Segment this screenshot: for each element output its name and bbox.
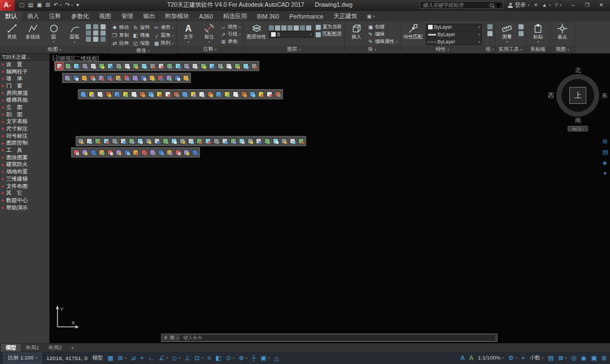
toolbar-button[interactable]	[123, 74, 130, 82]
toolbar-button[interactable]	[138, 90, 146, 98]
sidebar-item[interactable]: ▶建筑防火	[0, 161, 49, 169]
graphics-performance-icon[interactable]: ◉	[581, 355, 587, 361]
compass-east[interactable]: 东	[602, 93, 608, 99]
toolbar-button[interactable]	[272, 137, 280, 145]
selection-filtering-icon[interactable]: ▣	[260, 355, 266, 361]
toolbar-button[interactable]	[115, 148, 123, 156]
toolbar-button[interactable]	[106, 148, 114, 156]
sidebar-item[interactable]: ▶剖 面	[0, 111, 49, 119]
toolbar-button[interactable]	[206, 90, 214, 98]
clean-screen-icon[interactable]: ▣	[591, 355, 596, 361]
toolbar-button[interactable]	[212, 137, 220, 145]
sidebar-item[interactable]: ▶其 它	[0, 190, 49, 197]
tool-icon[interactable]	[93, 24, 98, 29]
ribbon-tab-附加模块[interactable]: 附加模块	[160, 11, 194, 21]
polyline-button[interactable]: 多段线	[23, 23, 42, 40]
toolbar-button[interactable]	[233, 62, 241, 70]
toolbar-button[interactable]	[195, 137, 203, 145]
array-button[interactable]: ▦阵列▾	[154, 40, 174, 47]
annotation-visibility-icon[interactable]: A	[460, 355, 464, 361]
sidebar-item[interactable]: ▶房间屋顶	[0, 90, 49, 97]
toolbar-button[interactable]	[182, 148, 190, 156]
toolbar-button[interactable]	[140, 148, 148, 156]
panel-title-utilities[interactable]: 实用工具 ▾	[495, 46, 526, 53]
toolbar-button[interactable]	[204, 137, 212, 145]
toolbar-button[interactable]	[115, 62, 123, 70]
toolbar-button[interactable]	[223, 90, 231, 98]
annotation-monitor-icon[interactable]: +	[521, 355, 525, 361]
sidebar-item[interactable]: ▶三维建模	[0, 176, 49, 183]
toolbar-button[interactable]	[114, 74, 122, 82]
sidebar-item[interactable]: ▶工 具	[0, 147, 49, 154]
toolbar-button[interactable]	[136, 137, 144, 145]
toolbar-button[interactable]	[80, 74, 88, 82]
toolbar-button[interactable]	[98, 148, 106, 156]
toolbar-button[interactable]	[148, 74, 156, 82]
layout-tab-模型[interactable]: 模型	[1, 344, 21, 352]
toolbar-button[interactable]	[238, 137, 246, 145]
stay-connected-icon[interactable]: ▲	[542, 3, 547, 8]
move-button[interactable]: ✚移动	[112, 24, 129, 31]
toolbar-button[interactable]	[113, 90, 121, 98]
line-button[interactable]: 直线	[2, 23, 21, 40]
panel-title-draw[interactable]: 绘图 ▾	[0, 46, 109, 53]
toolbar-button[interactable]	[88, 90, 95, 98]
toolbar-button[interactable]	[289, 137, 297, 145]
linear-dimension-button[interactable]: ↔线性▾	[221, 24, 241, 30]
tool-icon[interactable]	[93, 30, 98, 36]
dimension-button[interactable]: 标注 ▾	[200, 23, 219, 43]
fillet-button[interactable]: ╭圆角▾	[154, 32, 174, 39]
toolbar-button[interactable]	[102, 137, 110, 145]
toolbar-button[interactable]	[199, 62, 207, 70]
ribbon-tab-Performance[interactable]: Performance	[284, 11, 328, 21]
grid-display-icon[interactable]: ▦	[107, 355, 113, 361]
toolbar-button[interactable]	[131, 74, 139, 82]
panel-title-clipboard[interactable]: 剪贴板	[526, 46, 550, 53]
ribbon-tab-精选应用[interactable]: 精选应用	[218, 11, 252, 21]
toolbar-button[interactable]	[72, 148, 80, 156]
toolbar-button[interactable]	[140, 62, 148, 70]
toolbar-button[interactable]	[121, 90, 129, 98]
toolbar-button[interactable]	[153, 137, 161, 145]
toolbar-button[interactable]	[132, 148, 140, 156]
ribbon-tab-A360[interactable]: A360	[194, 11, 219, 21]
edit-attributes-button[interactable]: ✎编辑属性▾	[368, 38, 398, 45]
compass-top-face[interactable]: 上	[569, 87, 586, 104]
toolbar-button[interactable]	[77, 137, 85, 145]
tianzheng-menu-title[interactable]: T20天正建...	[0, 54, 49, 61]
layout-tab-布局1[interactable]: 布局1	[21, 344, 43, 352]
tool-icon[interactable]	[300, 25, 305, 30]
toolbar-button[interactable]	[72, 74, 80, 82]
toolbar-button[interactable]	[257, 90, 265, 98]
toolbar-button[interactable]	[64, 62, 72, 70]
insert-block-button[interactable]: 插入	[347, 23, 366, 40]
toolbar-button[interactable]	[81, 148, 89, 156]
ribbon-tab-输出[interactable]: 输出	[138, 11, 160, 21]
sidebar-item[interactable]: ▶图块图案	[0, 154, 49, 161]
toolbar-button[interactable]	[106, 62, 114, 70]
panel-title-groups[interactable]: 组 ▾	[485, 46, 495, 53]
leader-button[interactable]: ↗引线▾	[221, 31, 241, 38]
toolbar-button[interactable]	[182, 74, 190, 82]
sign-in-button[interactable]: 登录 ▾	[508, 1, 529, 9]
tool-icon[interactable]	[86, 37, 91, 42]
toolbar-button[interactable]	[229, 137, 237, 145]
tool-icon[interactable]	[281, 25, 286, 30]
close-button[interactable]: ✕	[594, 0, 608, 11]
panel-title-annotation[interactable]: 注释 ▾	[177, 46, 243, 53]
toolbar-button[interactable]	[242, 62, 250, 70]
toolbar-button[interactable]	[89, 148, 97, 156]
base-point-button[interactable]: 基点	[553, 23, 572, 40]
caret-down-icon[interactable]: ▾	[496, 0, 500, 11]
sidebar-item[interactable]: ▶数据中心	[0, 197, 49, 204]
sidebar-item[interactable]: ▶文字表格	[0, 119, 49, 126]
toolbar-button[interactable]	[96, 90, 104, 98]
selection-cycling-icon[interactable]: ⊙	[226, 355, 231, 361]
table-button[interactable]: ⊞表格	[221, 38, 241, 45]
toolbar-button[interactable]	[246, 137, 254, 145]
search-icon[interactable]	[490, 3, 494, 7]
toolbar-button[interactable]	[170, 137, 178, 145]
toolbar-button[interactable]	[181, 90, 189, 98]
sidebar-item[interactable]: ▶轴网柱子	[0, 68, 49, 76]
tool-icon[interactable]	[287, 25, 293, 30]
